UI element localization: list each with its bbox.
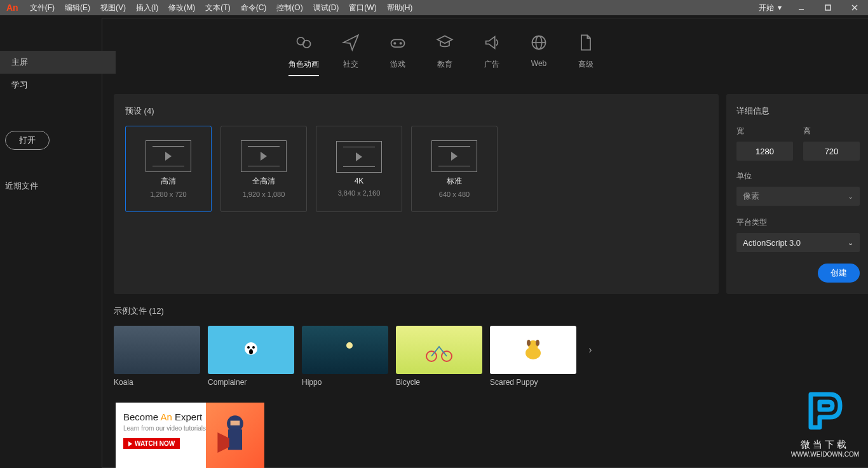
play-icon — [128, 441, 132, 446]
menu-window[interactable]: 窗口(W) — [344, 3, 381, 13]
sample-thumb — [490, 326, 576, 374]
sample-hippo[interactable]: Hippo — [302, 326, 388, 387]
nav-learn[interactable]: 学习 — [0, 74, 116, 97]
graduation-icon — [436, 34, 454, 51]
menu-command[interactable]: 命令(C) — [236, 3, 272, 13]
preset-hd[interactable]: 高清 1,280 x 720 — [125, 126, 212, 212]
width-label: 宽 — [736, 126, 793, 137]
tab-ads[interactable]: 广告 — [468, 34, 515, 76]
height-label: 高 — [803, 126, 860, 137]
app-logo: An — [0, 3, 25, 13]
maximize-button[interactable] — [815, 0, 841, 15]
character-icon — [295, 34, 313, 51]
close-button[interactable] — [841, 0, 868, 15]
megaphone-icon — [483, 34, 501, 51]
svg-rect-1 — [825, 5, 831, 10]
svg-point-8 — [400, 43, 402, 44]
menu-file[interactable]: 文件(F) — [25, 3, 60, 13]
create-button[interactable]: 创建 — [818, 264, 860, 283]
svg-point-16 — [346, 342, 353, 349]
preset-thumb-icon — [241, 140, 287, 172]
menu-modify[interactable]: 修改(M) — [163, 3, 200, 13]
recent-files-label: 近期文件 — [0, 180, 116, 192]
chevron-down-icon: ▾ — [778, 3, 782, 12]
preset-4k[interactable]: 4K 3,840 x 2,160 — [316, 126, 402, 212]
tab-education[interactable]: 教育 — [421, 34, 468, 76]
globe-icon — [530, 34, 548, 51]
details-panel: 详细信息 宽 高 单位 像素⌄ 平台类型 ActionScript 3.0⌄ 创… — [726, 94, 868, 294]
samples-title: 示例文件 (12) — [114, 305, 868, 317]
menu-insert[interactable]: 插入(I) — [131, 3, 163, 13]
width-input[interactable] — [736, 142, 793, 161]
sample-thumb — [396, 326, 482, 374]
chevron-down-icon: ⌄ — [848, 239, 853, 247]
tab-game[interactable]: 游戏 — [374, 34, 421, 76]
svg-point-13 — [247, 346, 250, 349]
banner-illustration — [206, 403, 264, 468]
sample-thumb — [302, 326, 388, 374]
open-button[interactable]: 打开 — [5, 131, 50, 150]
unit-dropdown[interactable]: 像素⌄ — [736, 187, 860, 206]
presets-panel: 预设 (4) 高清 1,280 x 720 全高清 1,920 x 1,080 — [114, 94, 719, 294]
platform-dropdown[interactable]: ActionScript 3.0⌄ — [736, 233, 860, 252]
unit-label: 单位 — [736, 171, 860, 182]
minimize-button[interactable] — [788, 0, 815, 15]
menu-control[interactable]: 控制(O) — [271, 3, 308, 13]
banner-title: Become An Expert — [123, 411, 206, 422]
menu-debug[interactable]: 调试(D) — [308, 3, 344, 13]
tab-advanced[interactable]: 高级 — [562, 34, 609, 76]
sidebar: 主屏 学习 打开 近期文件 — [0, 15, 116, 468]
sample-complainer[interactable]: Complainer — [208, 326, 294, 387]
svg-point-5 — [303, 41, 311, 48]
sample-thumb — [208, 326, 294, 374]
category-tabs: 角色动画 社交 游戏 教育 广告 Web — [102, 18, 868, 86]
details-title: 详细信息 — [736, 105, 860, 117]
svg-rect-6 — [391, 39, 405, 47]
preset-thumb-icon — [336, 141, 382, 173]
tab-web[interactable]: Web — [515, 34, 562, 76]
tab-social[interactable]: 社交 — [327, 34, 374, 76]
tab-character[interactable]: 角色动画 — [280, 34, 327, 76]
sample-bicycle[interactable]: Bicycle — [396, 326, 482, 387]
sample-thumb — [114, 326, 200, 374]
menu-text[interactable]: 文本(T) — [200, 3, 235, 13]
menu-view[interactable]: 视图(V) — [95, 3, 131, 13]
preset-thumb-icon — [146, 140, 191, 172]
svg-rect-25 — [231, 421, 240, 425]
menu-help[interactable]: 帮助(H) — [382, 3, 418, 13]
watch-now-button[interactable]: WATCH NOW — [123, 438, 180, 449]
sample-puppy[interactable]: Scared Puppy — [490, 326, 576, 387]
sample-koala[interactable]: Koala — [114, 326, 200, 387]
preset-fullhd[interactable]: 全高清 1,920 x 1,080 — [220, 126, 307, 212]
platform-label: 平台类型 — [736, 217, 860, 228]
svg-point-14 — [252, 346, 255, 349]
nav-home[interactable]: 主屏 — [0, 51, 116, 74]
banner-subtitle: Learn from our video tutorials — [123, 425, 206, 432]
paperplane-icon — [342, 34, 360, 51]
start-dropdown[interactable]: 开始▾ — [752, 3, 788, 13]
file-icon — [577, 34, 595, 51]
svg-point-22 — [536, 340, 539, 346]
watermark: 微当下载 WWW.WEIDOWN.COM — [791, 387, 859, 458]
watermark-logo-icon — [801, 387, 849, 435]
chevron-down-icon: ⌄ — [848, 192, 853, 201]
menubar: An 文件(F) 编辑(E) 视图(V) 插入(I) 修改(M) 文本(T) 命… — [0, 0, 868, 15]
svg-point-7 — [394, 43, 395, 44]
samples-next-arrow[interactable]: › — [584, 326, 597, 374]
gamepad-icon — [389, 34, 407, 51]
height-input[interactable] — [803, 142, 860, 161]
presets-title: 预设 (4) — [125, 105, 707, 117]
svg-point-15 — [249, 349, 253, 354]
svg-rect-24 — [228, 429, 242, 450]
preset-sd[interactable]: 标准 640 x 480 — [411, 126, 498, 212]
preset-thumb-icon — [431, 140, 477, 172]
svg-point-21 — [527, 340, 531, 346]
menu-edit[interactable]: 编辑(E) — [60, 3, 95, 13]
expert-banner[interactable]: Become An Expert Learn from our video tu… — [116, 403, 264, 468]
